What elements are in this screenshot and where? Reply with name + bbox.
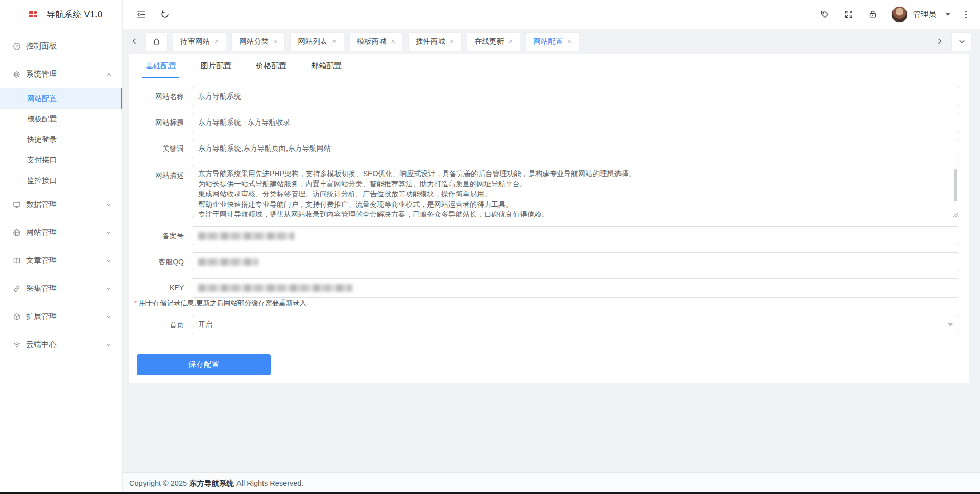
footer-brand: 东方导航系统 [189, 479, 234, 488]
config-tabs: 基础配置 图片配置 价格配置 邮箱配置 [129, 54, 969, 78]
main-column: 管理员 待审网站 × 网站分类 × [123, 0, 980, 494]
sidebar-item-label: 云端中心 [26, 340, 106, 350]
close-icon[interactable]: × [450, 38, 454, 45]
tab-template-store[interactable]: 模板商城 × [349, 32, 403, 51]
sidebar: 导航系统 V1.0 控制面板 系统管理 网站配置 [0, 0, 123, 494]
qq-label: 客服QQ [129, 252, 192, 271]
chevron-down-icon [106, 286, 112, 292]
app-window: 导航系统 V1.0 控制面板 系统管理 网站配置 [0, 0, 980, 494]
sidebar-item-article[interactable]: 文章管理 [0, 246, 122, 275]
sidebar-item-label: 数据管理 [26, 200, 106, 209]
close-icon[interactable]: × [567, 38, 571, 45]
description-textarea[interactable]: 东方导航系统采用先进PHP架构，支持多模板切换、SEO优化、响应式设计，具备完善… [192, 165, 959, 217]
tab-pending-sites[interactable]: 待审网站 × [173, 32, 226, 51]
page-footer: Copyright © 2025 东方导航系统 All Rights Reser… [123, 472, 980, 494]
close-icon[interactable]: × [509, 38, 513, 45]
sidebar-subitem-template-config[interactable]: 模板配置 [0, 109, 122, 129]
sidebar-item-system[interactable]: 系统管理 [0, 60, 122, 88]
key-label: KEY [129, 278, 192, 298]
basic-config-form: 网站名称 网站标题 关键词 网站描述 东方导航系统采用先进 [129, 78, 969, 383]
close-icon[interactable]: × [332, 38, 336, 45]
tab-home[interactable] [145, 32, 168, 51]
qq-input[interactable] [192, 252, 959, 271]
icp-redacted-value [198, 232, 294, 240]
tabs-scroll-right-icon[interactable] [934, 36, 945, 47]
chevron-up-icon [106, 71, 112, 78]
more-menu-icon[interactable] [963, 10, 969, 19]
lock-icon[interactable] [867, 9, 878, 20]
tab-email-config[interactable]: 邮箱配置 [310, 54, 343, 78]
fullscreen-icon[interactable] [843, 9, 854, 20]
tab-site-list[interactable]: 网站列表 × [290, 32, 344, 51]
close-icon[interactable]: × [391, 38, 395, 45]
app-logo: 导航系统 V1.0 [0, 0, 122, 29]
tabs-scroll-left-icon[interactable] [129, 36, 140, 47]
site-title-input[interactable] [192, 113, 959, 132]
top-header: 管理员 [123, 0, 980, 29]
app-title: 导航系统 V1.0 [46, 9, 103, 20]
avatar[interactable] [891, 6, 908, 23]
textarea-resize-grip[interactable] [953, 212, 958, 217]
tab-price-config[interactable]: 价格配置 [255, 54, 288, 78]
sidebar-item-label: 文章管理 [26, 256, 106, 265]
refresh-icon[interactable] [159, 9, 171, 20]
site-name-label: 网站名称 [129, 87, 192, 106]
sidebar-item-label: 系统管理 [26, 69, 106, 79]
textarea-scrollbar[interactable] [954, 169, 957, 201]
config-card: 基础配置 图片配置 价格配置 邮箱配置 网站名称 网站标题 关 [129, 54, 969, 383]
chevron-down-icon [958, 38, 966, 45]
sidebar-item-label: 网站管理 [26, 228, 106, 237]
chevron-down-icon [106, 230, 112, 236]
sidebar-item-data[interactable]: 数据管理 [0, 190, 122, 218]
footer-copyright: Copyright © 2025 [129, 479, 187, 487]
chevron-down-icon [106, 342, 112, 348]
select-arrow-icon [948, 323, 953, 329]
close-icon[interactable]: × [273, 38, 277, 45]
qq-redacted-value [198, 258, 258, 266]
tab-site-config[interactable]: 网站配置 × [525, 32, 579, 51]
site-title-label: 网站标题 [129, 113, 192, 132]
tab-online-update[interactable]: 在线更新 × [467, 32, 520, 51]
keywords-label: 关键词 [129, 139, 192, 158]
sidebar-item-website[interactable]: 网站管理 [0, 218, 122, 246]
tag-icon[interactable] [819, 9, 830, 20]
sidebar-subitem-site-config[interactable]: 网站配置 [0, 88, 122, 109]
sidebar-subitem-label: 支付接口 [27, 155, 57, 165]
caret-down-icon [945, 13, 950, 18]
sidebar-item-dashboard[interactable]: 控制面板 [0, 32, 122, 60]
tabs-dropdown-button[interactable] [951, 32, 972, 51]
chevron-down-icon [106, 202, 112, 208]
cube-icon [13, 313, 21, 321]
tab-bar: 待审网站 × 网站分类 × 网站列表 × 模板商城 × 插件商城 × [123, 29, 980, 54]
key-redacted-value [198, 284, 352, 292]
collapse-sidebar-icon[interactable] [135, 9, 147, 20]
tab-image-config[interactable]: 图片配置 [200, 54, 232, 78]
link-icon [13, 285, 21, 293]
tab-site-categories[interactable]: 网站分类 × [231, 32, 285, 51]
gear-icon [13, 70, 21, 79]
home-label: 首页 [129, 315, 192, 334]
book-icon [13, 257, 21, 265]
sidebar-item-cloud[interactable]: 云端中心 [0, 331, 122, 359]
keywords-input[interactable] [192, 139, 959, 158]
site-name-input[interactable] [192, 87, 959, 106]
footer-rights: All Rights Reserved. [236, 479, 303, 487]
sidebar-subitem-monitor-api[interactable]: 监控接口 [0, 170, 122, 190]
icp-input[interactable] [192, 226, 959, 245]
description-label: 网站描述 [129, 165, 192, 219]
sidebar-item-label: 扩展管理 [26, 312, 106, 322]
key-input[interactable] [192, 278, 959, 298]
sidebar-item-collect[interactable]: 采集管理 [0, 275, 122, 303]
close-icon[interactable]: × [214, 38, 219, 45]
save-config-button[interactable]: 保存配置 [137, 354, 271, 375]
user-menu[interactable]: 管理员 [891, 6, 950, 23]
tab-basic-config[interactable]: 基础配置 [145, 54, 177, 78]
sidebar-subitem-quick-login[interactable]: 快捷登录 [0, 129, 122, 150]
sidebar-subitem-label: 监控接口 [27, 176, 57, 185]
dashboard-icon [13, 42, 21, 51]
sidebar-subitem-payment-api[interactable]: 支付接口 [0, 150, 122, 170]
tab-plugin-store[interactable]: 插件商城 × [408, 32, 462, 51]
home-select[interactable]: 开启 [192, 315, 959, 334]
sidebar-item-extension[interactable]: 扩展管理 [0, 303, 122, 331]
sidebar-item-label: 采集管理 [26, 284, 106, 293]
